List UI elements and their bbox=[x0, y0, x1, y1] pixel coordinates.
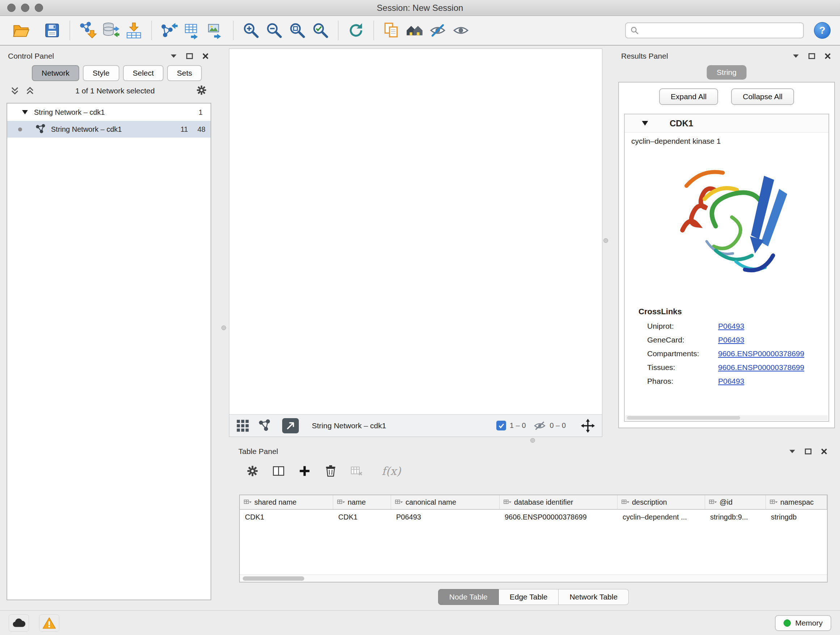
zoom-selected-button[interactable] bbox=[309, 19, 332, 42]
tab-network[interactable]: Network bbox=[32, 65, 79, 81]
zoom-out-button[interactable] bbox=[263, 19, 286, 42]
table-cell[interactable]: cyclin–dependent ... bbox=[617, 510, 705, 525]
close-panel-button[interactable] bbox=[201, 52, 210, 60]
column-header-database-identifier[interactable]: database identifier bbox=[500, 495, 617, 509]
home-button[interactable] bbox=[403, 19, 426, 42]
expand-all-icon[interactable] bbox=[10, 86, 19, 96]
import-table-file-button[interactable] bbox=[122, 19, 145, 42]
zoom-window-button[interactable] bbox=[35, 4, 43, 12]
zoom-fit-icon bbox=[288, 21, 306, 40]
collapse-panel-button[interactable] bbox=[169, 52, 178, 60]
hidden-edges-icon[interactable] bbox=[533, 420, 546, 431]
node-count: 11 bbox=[180, 125, 188, 134]
zoom-fit-button[interactable] bbox=[286, 19, 309, 42]
tab-node-table[interactable]: Node Table bbox=[438, 589, 499, 605]
table-row[interactable]: CDK1CDK1P064939606.ENSP00000378699cyclin… bbox=[240, 510, 827, 525]
close-results-button[interactable] bbox=[823, 52, 832, 60]
tree-expander-icon[interactable] bbox=[22, 110, 28, 115]
copy-button[interactable] bbox=[380, 19, 403, 42]
collapse-all-icon[interactable] bbox=[25, 86, 35, 96]
table-options-button[interactable] bbox=[245, 463, 260, 478]
pan-crosshair-icon[interactable] bbox=[580, 418, 595, 433]
column-header-description[interactable]: description bbox=[617, 495, 705, 509]
zoom-in-button[interactable] bbox=[240, 19, 263, 42]
table-horizontal-scrollbar[interactable] bbox=[240, 575, 827, 582]
float-results-button[interactable] bbox=[807, 52, 816, 60]
right-splitter-handle[interactable] bbox=[603, 238, 608, 243]
show-graphics-button[interactable] bbox=[449, 19, 472, 42]
detach-view-button[interactable] bbox=[282, 418, 299, 433]
close-window-button[interactable] bbox=[7, 4, 16, 12]
export-image-icon bbox=[207, 21, 225, 40]
import-network-database-button[interactable] bbox=[99, 19, 122, 42]
scrollbar-thumb[interactable] bbox=[243, 576, 304, 581]
table-cell[interactable]: 9606.ENSP00000378699 bbox=[500, 510, 617, 525]
search-input[interactable] bbox=[643, 27, 799, 35]
bottom-splitter-handle[interactable] bbox=[531, 438, 535, 443]
expand-all-button[interactable]: Expand All bbox=[659, 88, 718, 105]
network-overview-icon[interactable] bbox=[257, 419, 271, 432]
gene-box-scrollbar[interactable] bbox=[625, 415, 828, 420]
open-session-button[interactable] bbox=[9, 19, 33, 42]
tab-edge-table[interactable]: Edge Table bbox=[499, 589, 559, 605]
table-cell[interactable]: stringdb bbox=[766, 510, 827, 525]
column-header-name[interactable]: name bbox=[333, 495, 391, 509]
export-table-button[interactable] bbox=[181, 19, 204, 42]
column-header-canonical-name[interactable]: canonical name bbox=[391, 495, 500, 509]
column-header-namespac[interactable]: namespac bbox=[766, 495, 827, 509]
memory-button[interactable]: Memory bbox=[775, 615, 831, 631]
table-cell[interactable]: stringdb:9... bbox=[705, 510, 766, 525]
float-panel-button[interactable] bbox=[185, 52, 194, 60]
string-results-body: Expand All Collapse All CDK1 cyclin–depe… bbox=[618, 82, 835, 428]
refresh-button[interactable] bbox=[344, 19, 368, 42]
results-panel: Results Panel String Expand All Collapse… bbox=[617, 49, 836, 437]
left-splitter-handle[interactable] bbox=[221, 325, 226, 330]
table-panel: Table Panel f(x) shared namenamecanonica… bbox=[234, 444, 833, 606]
tab-network-table[interactable]: Network Table bbox=[559, 589, 629, 605]
save-session-button[interactable] bbox=[41, 19, 64, 42]
collapse-all-button[interactable]: Collapse All bbox=[731, 88, 794, 105]
tab-style[interactable]: Style bbox=[83, 65, 119, 81]
network-view: String Network – cdk1 1 – 0 0 – 0 bbox=[229, 49, 602, 437]
function-builder-button[interactable]: f(x) bbox=[382, 464, 401, 478]
tab-string[interactable]: String bbox=[706, 65, 747, 80]
collapse-results-button[interactable] bbox=[791, 52, 800, 60]
help-button[interactable]: ? bbox=[814, 22, 831, 39]
table-cell[interactable]: CDK1 bbox=[240, 510, 333, 525]
network-canvas[interactable] bbox=[229, 49, 602, 414]
export-image-button[interactable] bbox=[204, 19, 227, 42]
column-header--id[interactable]: @id bbox=[705, 495, 766, 509]
float-table-panel-button[interactable] bbox=[804, 447, 813, 456]
warnings-button[interactable] bbox=[39, 614, 59, 632]
network-options-button[interactable] bbox=[195, 84, 208, 98]
tab-sets[interactable]: Sets bbox=[167, 65, 202, 81]
close-table-panel-button[interactable] bbox=[820, 447, 829, 456]
collapse-table-panel-button[interactable] bbox=[788, 447, 797, 456]
import-network-file-button[interactable] bbox=[76, 19, 99, 42]
hide-graphics-button[interactable] bbox=[426, 19, 449, 42]
crosslink-value-link[interactable]: 9606.ENSP00000378699 bbox=[718, 363, 804, 372]
crosslink-value-link[interactable]: P06493 bbox=[718, 336, 744, 344]
export-network-button[interactable] bbox=[158, 19, 181, 42]
minimize-window-button[interactable] bbox=[21, 4, 29, 12]
table-cell[interactable]: CDK1 bbox=[333, 510, 391, 525]
add-column-button[interactable] bbox=[297, 463, 312, 478]
network-collection-row[interactable]: String Network – cdk1 1 bbox=[7, 103, 210, 121]
cloud-status-button[interactable] bbox=[9, 614, 29, 632]
delete-column-button[interactable] bbox=[323, 463, 338, 478]
collapse-gene-icon[interactable] bbox=[641, 120, 649, 126]
gene-header[interactable]: CDK1 bbox=[625, 114, 829, 133]
crosslink-value-link[interactable]: P06493 bbox=[718, 377, 744, 386]
table-cell[interactable]: P06493 bbox=[391, 510, 500, 525]
tab-select[interactable]: Select bbox=[123, 65, 164, 81]
network-row-selected[interactable]: String Network – cdk1 11 48 bbox=[7, 121, 210, 138]
column-header-shared-name[interactable]: shared name bbox=[240, 495, 333, 509]
edges-selected-hidden-count: 0 – 0 bbox=[550, 421, 566, 430]
selected-nodes-icon[interactable] bbox=[496, 421, 506, 431]
results-panel-title: Results Panel bbox=[621, 52, 668, 60]
crosslink-value-link[interactable]: 9606.ENSP00000378699 bbox=[718, 349, 804, 358]
birds-eye-view-icon[interactable] bbox=[236, 419, 249, 432]
database-import-icon bbox=[102, 21, 120, 40]
show-columns-button[interactable] bbox=[271, 463, 286, 478]
crosslink-value-link[interactable]: P06493 bbox=[718, 322, 744, 331]
